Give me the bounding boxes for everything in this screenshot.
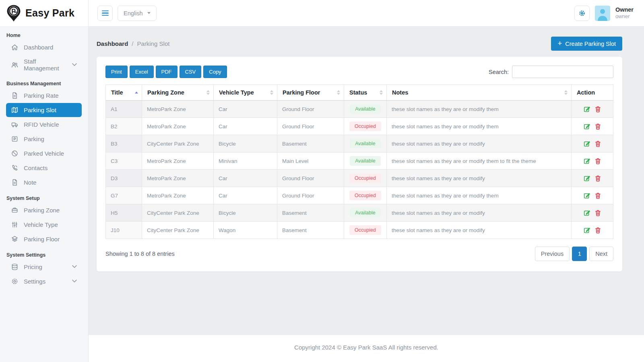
delete-icon[interactable]	[594, 157, 602, 165]
delete-icon[interactable]	[594, 192, 602, 200]
avatar[interactable]	[595, 6, 610, 21]
nav-section-system-settings: System Settings	[6, 252, 82, 258]
column-header-parking-floor[interactable]: Parking Floor	[277, 85, 344, 101]
cell-status: Occupied	[344, 118, 387, 135]
sort-icon	[206, 90, 210, 95]
status-badge: Occupied	[349, 121, 381, 131]
breadcrumb-current: Parking Slot	[137, 40, 170, 47]
status-badge: Occupied	[349, 225, 381, 235]
edit-icon[interactable]	[583, 105, 591, 113]
user-role: owner	[615, 13, 634, 20]
previous-page-button[interactable]: Previous	[535, 247, 570, 261]
excel-button[interactable]: Excel	[130, 66, 154, 78]
cell-floor: Basement	[277, 204, 344, 222]
create-parking-slot-button[interactable]: + Create Parking Slot	[551, 37, 622, 51]
main-area: English Owner owner	[89, 0, 644, 362]
language-dropdown[interactable]: English	[118, 6, 157, 21]
user-avatar-icon	[595, 6, 610, 21]
edit-icon[interactable]	[583, 226, 591, 234]
column-header-parking-zone[interactable]: Parking Zone	[142, 85, 214, 101]
svg-text:P: P	[11, 8, 16, 14]
phone-icon	[11, 164, 19, 172]
cell-vehicle-type: Car	[214, 170, 277, 187]
cell-zone: MetroPark Zone	[142, 152, 214, 170]
delete-icon[interactable]	[594, 209, 602, 217]
cell-vehicle-type: Wagon	[214, 222, 277, 239]
edit-icon[interactable]	[583, 157, 591, 165]
edit-icon[interactable]	[583, 209, 591, 217]
sidebar-item-staff-management[interactable]: Staff Management	[6, 55, 82, 75]
sidebar-item-parking-rate[interactable]: Parking Rate	[6, 88, 82, 103]
pdf-button[interactable]: PDF	[156, 66, 178, 78]
page-1-button[interactable]: 1	[572, 247, 587, 261]
cell-title: B2	[106, 118, 142, 135]
edit-icon[interactable]	[583, 175, 591, 182]
cell-action	[572, 152, 613, 170]
map-icon	[11, 106, 19, 114]
status-badge: Available	[350, 104, 381, 114]
edit-icon[interactable]	[583, 123, 591, 130]
delete-icon[interactable]	[594, 123, 602, 130]
breadcrumb-dashboard[interactable]: Dashboard	[97, 40, 128, 47]
cell-action	[572, 135, 613, 152]
language-value: English	[124, 10, 143, 16]
zone-icon	[11, 206, 19, 214]
sidebar-item-pricing[interactable]: Pricing	[6, 260, 82, 274]
sliders-icon	[11, 221, 19, 228]
search-label: Search:	[489, 69, 509, 75]
chevron-down-icon[interactable]	[72, 62, 77, 68]
chevron-down-icon[interactable]	[72, 278, 77, 285]
cell-status: Occupied	[344, 222, 387, 239]
entries-info: Showing 1 to 8 of 8 entries	[105, 251, 175, 257]
column-header-vehicle-type[interactable]: Vehicle Type	[214, 85, 277, 101]
edit-icon[interactable]	[583, 192, 591, 200]
delete-icon[interactable]	[594, 175, 602, 182]
sidebar-item-parking-slot[interactable]: Parking Slot	[6, 103, 82, 117]
table-row: C3MetroPark ZoneMinivanMain LevelAvailab…	[106, 152, 613, 170]
delete-icon[interactable]	[594, 140, 602, 148]
note-icon	[11, 179, 19, 186]
table-card: Print Excel PDF CSV Copy Search:	[97, 57, 622, 272]
column-header-notes[interactable]: Notes	[387, 85, 572, 101]
sidebar-item-rfid-vehicle[interactable]: RFID Vehicle	[6, 117, 82, 132]
layers-icon	[11, 235, 19, 243]
sidebar-toggle-button[interactable]	[97, 6, 113, 21]
logo-pin-icon: P	[6, 4, 22, 22]
sidebar-item-parked-vehicle[interactable]: Parked Vehicle	[6, 146, 82, 160]
search-input[interactable]	[512, 66, 613, 78]
sidebar-item-label: Parking Floor	[24, 236, 60, 243]
cell-zone: MetroPark Zone	[142, 170, 214, 187]
copy-button[interactable]: Copy	[203, 66, 227, 78]
print-button[interactable]: Print	[105, 66, 128, 78]
cell-zone: MetroPark Zone	[142, 118, 214, 135]
delete-icon[interactable]	[594, 105, 602, 113]
settings-button[interactable]	[574, 6, 590, 21]
cell-title: J10	[106, 222, 142, 239]
cell-title: A1	[106, 101, 142, 118]
cell-action	[572, 222, 613, 239]
csv-button[interactable]: CSV	[180, 66, 202, 78]
create-button-label: Create Parking Slot	[565, 41, 616, 47]
sidebar-item-parking[interactable]: Parking	[6, 132, 82, 146]
sidebar-item-label: Parking	[24, 136, 44, 142]
sidebar-item-settings[interactable]: Settings	[6, 274, 82, 288]
next-page-button[interactable]: Next	[589, 247, 613, 261]
sidebar-item-dashboard[interactable]: Dashboard	[6, 40, 82, 54]
edit-icon[interactable]	[583, 140, 591, 148]
sidebar-item-parking-zone[interactable]: Parking Zone	[6, 203, 82, 217]
column-header-status[interactable]: Status	[344, 85, 387, 101]
sidebar-item-vehicle-type[interactable]: Vehicle Type	[6, 218, 82, 232]
sidebar-item-label: Contacts	[24, 165, 47, 171]
column-header-title[interactable]: Title	[106, 85, 142, 101]
cell-zone: MetroPark Zone	[142, 101, 214, 118]
delete-icon[interactable]	[594, 226, 602, 234]
cell-zone: CityCenter Park Zone	[142, 204, 214, 222]
sidebar-item-note[interactable]: Note	[6, 175, 82, 189]
sidebar-item-contacts[interactable]: Contacts	[6, 161, 82, 175]
sort-icon	[337, 90, 340, 95]
chevron-down-icon[interactable]	[72, 263, 77, 270]
sidebar-item-parking-floor[interactable]: Parking Floor	[6, 232, 82, 246]
breadcrumb-separator: /	[132, 40, 133, 47]
cell-notes: these slot names as they are or modify t…	[387, 101, 572, 118]
table-row: B2MetroPark ZoneCarGround FloorOccupiedt…	[106, 118, 613, 135]
